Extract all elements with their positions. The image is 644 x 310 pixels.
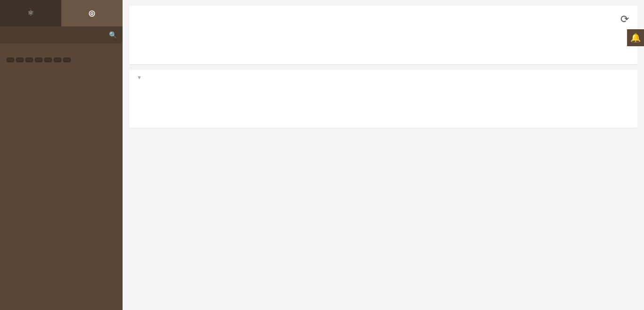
caret-down-icon: ▼ <box>137 75 142 80</box>
terminal-button[interactable] <box>25 58 33 62</box>
sidebar-toolbar <box>0 57 123 68</box>
refresh-icon[interactable]: ⟳ <box>620 13 629 25</box>
webmin-icon: ⚛ <box>27 8 34 17</box>
logout-button[interactable] <box>63 58 71 62</box>
dashboard-icon: ◎ <box>89 8 95 17</box>
sidebar-menu <box>0 43 123 57</box>
favorites-button[interactable] <box>35 58 42 62</box>
stats-head[interactable]: ▼ <box>129 70 637 85</box>
content: ⟳ ▼ <box>123 0 644 310</box>
cpu-chart <box>140 89 617 126</box>
tab-dashboard[interactable]: ◎ <box>61 0 123 26</box>
system-info-panel: ⟳ <box>129 6 637 64</box>
notifications-button[interactable]: 🔔 <box>627 29 644 46</box>
tab-webmin[interactable]: ⚛ <box>0 0 61 26</box>
gauges-row <box>129 31 637 43</box>
sidebar: ⚛ ◎ 🔍 <box>0 0 123 310</box>
search-input[interactable] <box>6 31 109 39</box>
collapse-button[interactable] <box>7 58 14 62</box>
search-row: 🔍 <box>0 26 123 43</box>
search-icon[interactable]: 🔍 <box>109 31 117 39</box>
night-mode-button[interactable] <box>16 58 24 62</box>
info-grid <box>129 43 637 64</box>
stats-body <box>129 85 637 128</box>
user-button[interactable] <box>54 58 61 62</box>
edit-button[interactable] <box>44 58 52 62</box>
stats-panel: ▼ <box>129 70 637 128</box>
